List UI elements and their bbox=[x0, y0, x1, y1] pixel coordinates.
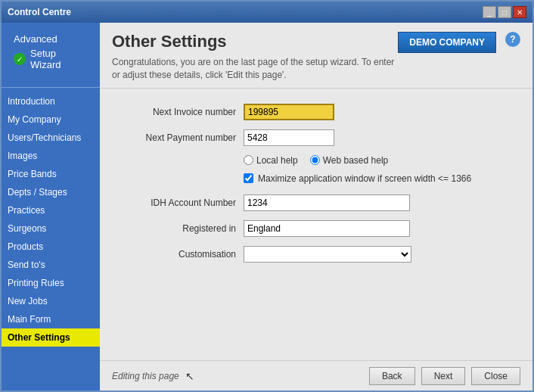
sidebar-item-my-company[interactable]: My Company bbox=[2, 110, 100, 129]
content-header-right: DEMO COMPANY ? bbox=[398, 32, 520, 53]
idh-account-input[interactable] bbox=[244, 194, 410, 211]
help-icon[interactable]: ? bbox=[505, 32, 520, 47]
sidebar-advanced-label: Advanced bbox=[8, 32, 94, 46]
content-area: Other Settings Congratulations, you are … bbox=[100, 23, 532, 390]
customisation-select[interactable] bbox=[244, 246, 411, 263]
main-window: Control Centre _ □ ✕ Advanced ✓ Setup Wi… bbox=[0, 0, 534, 392]
footer-right: Back Next Close bbox=[369, 367, 520, 385]
close-button[interactable]: ✕ bbox=[513, 6, 526, 18]
maximize-checkbox-row: Maximize application window if screen wi… bbox=[244, 173, 510, 184]
maximize-label: Maximize application window if screen wi… bbox=[258, 173, 471, 184]
sidebar-item-practices[interactable]: Practices bbox=[2, 201, 100, 219]
sidebar-item-printing-rules[interactable]: Printing Rules bbox=[2, 274, 100, 292]
local-help-radio-label[interactable]: Local help bbox=[244, 155, 298, 166]
page-title: Other Settings bbox=[112, 32, 398, 51]
main-content: Advanced ✓ Setup Wizard Introduction My … bbox=[2, 23, 532, 390]
next-invoice-row: Next Invoice number bbox=[123, 104, 510, 120]
maximize-checkbox[interactable] bbox=[244, 173, 253, 183]
sidebar-item-products[interactable]: Products bbox=[2, 238, 100, 256]
sidebar-item-send-tos[interactable]: Send to's bbox=[2, 256, 100, 274]
sidebar-wizard-label: Setup Wizard bbox=[30, 48, 88, 70]
next-invoice-label: Next Invoice number bbox=[123, 107, 244, 117]
footer: Editing this page ↖ Back Next Close bbox=[100, 360, 532, 390]
back-button[interactable]: Back bbox=[369, 367, 415, 385]
wizard-check-icon: ✓ bbox=[14, 53, 26, 65]
page-description: Congratulations, you are on the last pag… bbox=[112, 56, 398, 82]
next-payment-input[interactable] bbox=[244, 129, 334, 146]
close-button-footer[interactable]: Close bbox=[471, 367, 520, 385]
web-help-label: Web based help bbox=[323, 155, 389, 166]
sidebar-item-surgeons[interactable]: Surgeons bbox=[2, 219, 100, 238]
form-area: Next Invoice number Next Payment number … bbox=[100, 89, 532, 360]
sidebar-item-introduction[interactable]: Introduction bbox=[2, 92, 100, 110]
help-radio-group: Local help Web based help bbox=[244, 155, 510, 166]
registered-row: Registered in bbox=[123, 220, 510, 237]
local-help-label: Local help bbox=[256, 155, 298, 166]
window-title: Control Centre bbox=[8, 7, 71, 17]
next-payment-label: Next Payment number bbox=[123, 132, 244, 143]
content-header-left: Other Settings Congratulations, you are … bbox=[112, 32, 398, 82]
demo-company-button[interactable]: DEMO COMPANY bbox=[398, 32, 496, 53]
web-help-radio[interactable] bbox=[310, 155, 320, 165]
content-header: Other Settings Congratulations, you are … bbox=[100, 23, 532, 89]
local-help-radio[interactable] bbox=[244, 155, 253, 165]
idh-account-row: IDH Account Number bbox=[123, 194, 510, 211]
web-help-radio-label[interactable]: Web based help bbox=[310, 155, 389, 166]
sidebar-wizard: ✓ Setup Wizard bbox=[8, 46, 94, 76]
sidebar-item-other-settings[interactable]: Other Settings bbox=[2, 328, 100, 347]
customisation-label: Customisation bbox=[123, 249, 244, 260]
cursor-icon: ↖ bbox=[185, 370, 194, 382]
customisation-row: Customisation bbox=[123, 246, 510, 263]
minimize-button[interactable]: _ bbox=[483, 6, 496, 18]
sidebar-item-depts-stages[interactable]: Depts / Stages bbox=[2, 183, 100, 201]
sidebar-item-main-form[interactable]: Main Form bbox=[2, 310, 100, 328]
sidebar-header: Advanced ✓ Setup Wizard bbox=[2, 29, 100, 84]
idh-account-label: IDH Account Number bbox=[123, 198, 244, 208]
footer-left: Editing this page ↖ bbox=[112, 370, 194, 382]
sidebar-item-users-technicians[interactable]: Users/Technicians bbox=[2, 129, 100, 147]
footer-editing-label: Editing this page bbox=[112, 371, 179, 381]
title-bar-controls: _ □ ✕ bbox=[483, 6, 526, 18]
registered-label: Registered in bbox=[123, 223, 244, 234]
sidebar-item-images[interactable]: Images bbox=[2, 147, 100, 165]
next-button[interactable]: Next bbox=[421, 367, 466, 385]
registered-input[interactable] bbox=[244, 220, 410, 237]
next-invoice-input[interactable] bbox=[244, 104, 334, 120]
restore-button[interactable]: □ bbox=[498, 6, 511, 18]
sidebar-item-new-jobs[interactable]: New Jobs bbox=[2, 292, 100, 310]
sidebar-item-price-bands[interactable]: Price Bands bbox=[2, 165, 100, 183]
sidebar-divider bbox=[2, 87, 100, 88]
sidebar: Advanced ✓ Setup Wizard Introduction My … bbox=[2, 23, 100, 390]
next-payment-row: Next Payment number bbox=[123, 129, 510, 146]
title-bar: Control Centre _ □ ✕ bbox=[2, 2, 532, 23]
